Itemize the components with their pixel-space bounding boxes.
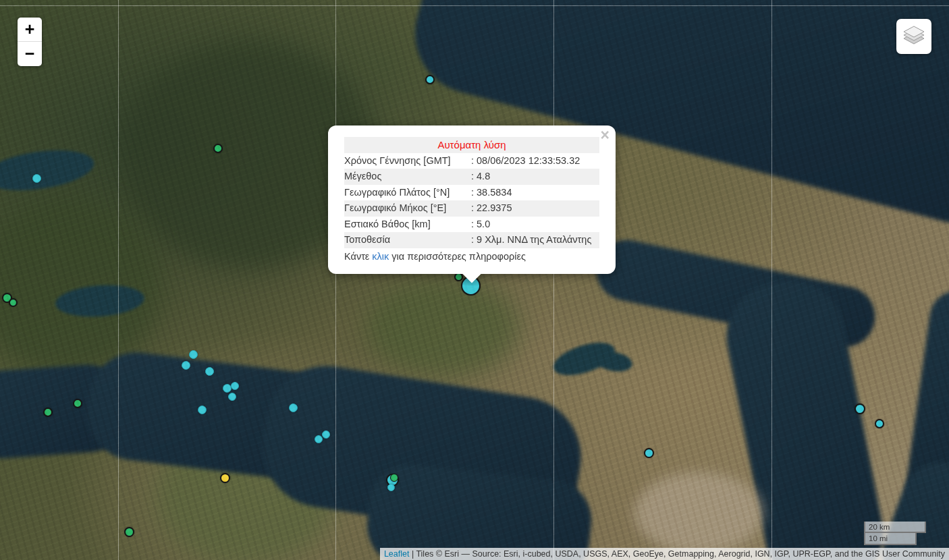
leaflet-link[interactable]: Leaflet (384, 549, 410, 559)
zoom-out-button[interactable]: − (18, 42, 42, 66)
popup-row: Γεωγραφικό Μήκος [°E]: 22.9375 (344, 200, 599, 217)
gulf-of-corinth-west-entry (0, 362, 131, 461)
graticule-line (771, 0, 772, 560)
popup-row-label: Γεωγραφικό Μήκος [°E] (344, 200, 471, 217)
graticule-line (553, 0, 554, 560)
earthquake-marker[interactable] (189, 350, 198, 359)
earthquake-marker[interactable] (43, 408, 53, 417)
attribution-bar: Leaflet | Tiles © Esri — Source: Esri, i… (380, 548, 949, 560)
popup-row-value: : 08/06/2023 12:33:53.32 (471, 153, 599, 169)
popup-row-value: : 22.9375 (471, 200, 599, 217)
earthquake-marker[interactable] (387, 484, 395, 491)
sea-right-edge (902, 287, 949, 515)
popup-row: Εστιακό Βάθος [km]: 5.0 (344, 217, 599, 233)
lake-northwest (0, 144, 97, 196)
forest-area (155, 425, 337, 560)
forest-area (0, 196, 162, 378)
satellite-map[interactable]: × Αυτόματη λύση Χρόνος Γέννησης [GMT]: 0… (0, 0, 949, 560)
lake-yliki (549, 336, 619, 381)
popup-title: Αυτόματη λύση (344, 137, 599, 153)
zoom-control: + − (18, 18, 42, 66)
attribution-text: Tiles © Esri — Source: Esri, i-cubed, US… (416, 549, 945, 559)
earthquake-marker[interactable] (182, 361, 190, 370)
graticule-line (0, 5, 949, 6)
earthquake-marker[interactable] (875, 419, 884, 428)
earthquake-marker[interactable] (228, 393, 236, 401)
zoom-in-button[interactable]: + (18, 18, 42, 42)
earthquake-marker[interactable] (73, 399, 82, 408)
scale-control: 20 km 10 mi (864, 522, 926, 545)
earthquake-marker[interactable] (461, 276, 481, 296)
graticule-line (118, 0, 119, 560)
popup-row: Γεωγραφικό Πλάτος [°N]: 38.5834 (344, 185, 599, 201)
earthquake-marker[interactable] (322, 430, 330, 439)
layers-icon (902, 24, 926, 49)
earthquake-marker[interactable] (32, 174, 41, 183)
earthquake-marker[interactable] (124, 527, 134, 537)
earthquake-marker[interactable] (315, 435, 323, 443)
popup-row-label: Γεωγραφικό Πλάτος [°N] (344, 185, 471, 201)
earthquake-marker[interactable] (855, 403, 865, 414)
popup-row-label: Εστιακό Βάθος [km] (344, 217, 471, 233)
sea-south-euboean-gulf (717, 272, 893, 560)
popup-row-label: Χρόνος Γέννησης [GMT] (344, 153, 471, 169)
gulf-of-corinth-east (254, 358, 589, 547)
earthquake-marker[interactable] (644, 448, 654, 458)
earthquake-marker[interactable] (205, 367, 214, 376)
popup-row-label: Τοποθεσία (344, 232, 471, 248)
popup-table: Χρόνος Γέννησης [GMT]: 08/06/2023 12:33:… (344, 153, 599, 248)
earthquake-marker[interactable] (9, 298, 18, 307)
popup-row: Τοποθεσία: 9 Χλμ. ΝΝΔ της Αταλάντης (344, 232, 599, 248)
sea-euripus-strait (591, 234, 881, 352)
forest-area (364, 277, 520, 378)
popup-row-value: : 4.8 (471, 169, 599, 185)
earthquake-popup: × Αυτόματη λύση Χρόνος Γέννησης [GMT]: 0… (328, 125, 616, 274)
earthquake-marker[interactable] (425, 75, 435, 84)
popup-row-value: : 9 Χλμ. ΝΝΔ της Αταλάντης (471, 232, 599, 248)
layers-control-button[interactable] (896, 19, 931, 54)
popup-row: Μέγεθος: 4.8 (344, 169, 599, 185)
popup-row-label: Μέγεθος (344, 169, 471, 185)
popup-footer-text: Κάντε (344, 251, 372, 262)
scale-mi: 10 mi (864, 532, 917, 545)
earthquake-marker[interactable] (390, 474, 398, 482)
earthquake-marker[interactable] (231, 382, 239, 390)
earthquake-marker[interactable] (220, 473, 230, 483)
popup-footer: Κάντε κλικ για περισσότερες πληροφορίες (344, 248, 599, 264)
more-info-link[interactable]: κλικ (372, 251, 389, 262)
attribution-separator: | (409, 549, 416, 559)
gulf-of-corinth-southeast (363, 461, 595, 560)
earthquake-marker[interactable] (213, 144, 223, 153)
popup-row: Χρόνος Γέννησης [GMT]: 08/06/2023 12:33:… (344, 153, 599, 169)
lake-small (594, 349, 634, 374)
athens-urban-area (634, 472, 763, 553)
earthquake-marker[interactable] (289, 403, 298, 412)
popup-row-value: : 38.5834 (471, 185, 599, 201)
popup-row-value: : 5.0 (471, 217, 599, 233)
earthquake-marker[interactable] (198, 405, 207, 414)
lake-trichonida (55, 282, 146, 319)
popup-close-button[interactable]: × (601, 128, 609, 143)
gulf-of-corinth-west (82, 347, 383, 489)
popup-footer-text: για περισσότερες πληροφορίες (389, 251, 526, 262)
graticule-line (335, 0, 336, 560)
